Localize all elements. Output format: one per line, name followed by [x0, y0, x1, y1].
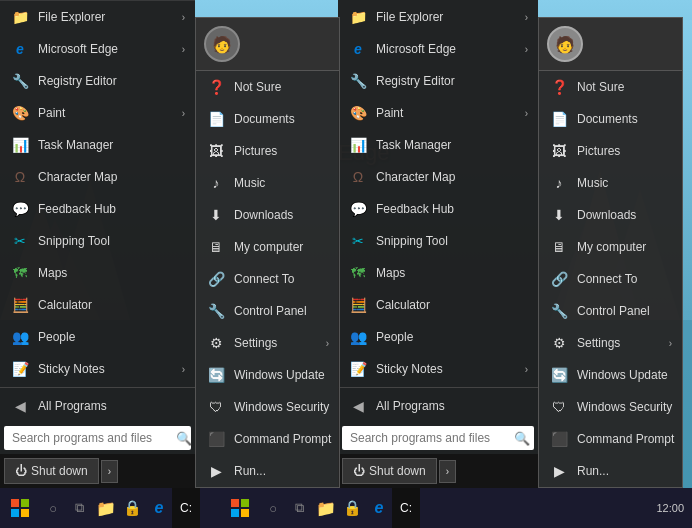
task-manager-label: Task Manager: [38, 138, 185, 152]
submenu-item-run-2[interactable]: ▶ Run...: [539, 455, 682, 487]
control-panel-icon-2: 🔧: [549, 301, 569, 321]
search-icon-1: 🔍: [170, 431, 198, 446]
taskbar-cmd-2[interactable]: C:: [392, 488, 420, 528]
people-icon-2: 👥: [348, 327, 368, 347]
charmap-label: Character Map: [38, 170, 185, 184]
windows-update-icon-2: 🔄: [549, 365, 569, 385]
submenu-item-not-sure-2[interactable]: ❓ Not Sure: [539, 71, 682, 103]
submenu-item-connect-to[interactable]: 🔗 Connect To: [196, 263, 339, 295]
menu-item-calc-2[interactable]: 🧮 Calculator: [338, 289, 538, 321]
menu-item-charmap[interactable]: Ω Character Map: [0, 161, 195, 193]
submenu-item-pictures-2[interactable]: 🖼 Pictures: [539, 135, 682, 167]
submenu-item-documents-2[interactable]: 📄 Documents: [539, 103, 682, 135]
taskbar-security-1[interactable]: 🔒: [119, 488, 145, 528]
submenu-item-not-sure[interactable]: ❓ Not Sure: [196, 71, 339, 103]
file-explorer-arrow: ›: [182, 12, 185, 23]
submenu-item-settings[interactable]: ⚙ Settings ›: [196, 327, 339, 359]
menu-item-all-programs-2[interactable]: ◀ All Programs: [338, 390, 538, 422]
taskbar-search-1[interactable]: ○: [40, 488, 66, 528]
all-programs-icon: ◀: [10, 396, 30, 416]
shutdown-button-1[interactable]: ⏻ Shut down: [4, 458, 99, 484]
submenu-item-control-panel-2[interactable]: 🔧 Control Panel: [539, 295, 682, 327]
menu-item-feedback-2[interactable]: 💬 Feedback Hub: [338, 193, 538, 225]
menu-item-task-manager-2[interactable]: 📊 Task Manager: [338, 129, 538, 161]
start-button-1[interactable]: [0, 488, 40, 528]
menu-item-people-2[interactable]: 👥 People: [338, 321, 538, 353]
menu-item-edge-2[interactable]: e Microsoft Edge ›: [338, 33, 538, 65]
taskbar-search-2[interactable]: ○: [260, 488, 286, 528]
submenu-item-music-2[interactable]: ♪ Music: [539, 167, 682, 199]
settings-icon-2: ⚙: [549, 333, 569, 353]
pictures-label-2: Pictures: [577, 144, 672, 158]
submenu-item-windows-security[interactable]: 🛡 Windows Security: [196, 391, 339, 423]
submenu-item-my-computer[interactable]: 🖥 My computer: [196, 231, 339, 263]
taskbar-edge-2[interactable]: e: [366, 488, 392, 528]
submenu-item-music[interactable]: ♪ Music: [196, 167, 339, 199]
menu-item-all-programs[interactable]: ◀ All Programs: [0, 390, 195, 422]
menu-item-file-explorer-2[interactable]: 📁 File Explorer ›: [338, 1, 538, 33]
shutdown-icon-2: ⏻: [353, 464, 365, 478]
menu-item-snipping-2[interactable]: ✂ Snipping Tool: [338, 225, 538, 257]
menu-item-charmap-2[interactable]: Ω Character Map: [338, 161, 538, 193]
search-input-2[interactable]: [342, 426, 508, 450]
submenu-item-windows-update-2[interactable]: 🔄 Windows Update: [539, 359, 682, 391]
submenu-item-run[interactable]: ▶ Run...: [196, 455, 339, 487]
start-menu-2: ✉ Mail 🖼 Photos › 📁 File Explorer › e Mi…: [338, 0, 538, 488]
windows-icon-2: [231, 499, 249, 517]
menu-item-calc[interactable]: 🧮 Calculator: [0, 289, 195, 321]
submenu-item-settings-2[interactable]: ⚙ Settings ›: [539, 327, 682, 359]
menu-item-sticky[interactable]: 📝 Sticky Notes ›: [0, 353, 195, 385]
submenu-item-windows-update[interactable]: 🔄 Windows Update: [196, 359, 339, 391]
maps-icon-2: 🗺: [348, 263, 368, 283]
taskbar-task-view-2[interactable]: ⧉: [286, 488, 312, 528]
menu-item-registry[interactable]: 🔧 Registry Editor: [0, 65, 195, 97]
file-explorer-icon-2: 📁: [348, 7, 368, 27]
taskbar-cmd-1[interactable]: C:: [172, 488, 200, 528]
menu-item-task-manager[interactable]: 📊 Task Manager: [0, 129, 195, 161]
menu-item-registry-2[interactable]: 🔧 Registry Editor: [338, 65, 538, 97]
menu-item-snipping[interactable]: ✂ Snipping Tool: [0, 225, 195, 257]
menu-item-file-explorer[interactable]: 📁 File Explorer ›: [0, 1, 195, 33]
documents-icon-2: 📄: [549, 109, 569, 129]
submenu-item-command-prompt-2[interactable]: ⬛ Command Prompt: [539, 423, 682, 455]
submenu-item-downloads-2[interactable]: ⬇ Downloads: [539, 199, 682, 231]
taskbar-explorer-1[interactable]: 📁: [93, 488, 119, 528]
menu-item-paint-2[interactable]: 🎨 Paint ›: [338, 97, 538, 129]
taskbar-security-2[interactable]: 🔒: [339, 488, 365, 528]
menu-item-edge[interactable]: e Microsoft Edge ›: [0, 33, 195, 65]
feedback-label-2: Feedback Hub: [376, 202, 528, 216]
command-prompt-icon-2: ⬛: [549, 429, 569, 449]
menu-item-feedback[interactable]: 💬 Feedback Hub: [0, 193, 195, 225]
paint-icon-2: 🎨: [348, 103, 368, 123]
submenu-item-command-prompt[interactable]: ⬛ Command Prompt: [196, 423, 339, 455]
menu-item-sticky-2[interactable]: 📝 Sticky Notes ›: [338, 353, 538, 385]
file-explorer-label-2: File Explorer: [376, 10, 517, 24]
run-label: Run...: [234, 464, 329, 478]
menu-item-maps[interactable]: 🗺 Maps: [0, 257, 195, 289]
shutdown-arrow-2[interactable]: ›: [439, 460, 456, 483]
windows-update-label-2: Windows Update: [577, 368, 672, 382]
shutdown-button-2[interactable]: ⏻ Shut down: [342, 458, 437, 484]
windows-icon-1: [11, 499, 29, 517]
taskbar-task-view-1[interactable]: ⧉: [66, 488, 92, 528]
submenu-item-pictures[interactable]: 🖼 Pictures: [196, 135, 339, 167]
submenu-item-windows-security-2[interactable]: 🛡 Windows Security: [539, 391, 682, 423]
paint-arrow-2: ›: [525, 108, 528, 119]
search-input-1[interactable]: [4, 426, 170, 450]
submenu-item-my-computer-2[interactable]: 🖥 My computer: [539, 231, 682, 263]
submenu-item-downloads[interactable]: ⬇ Downloads: [196, 199, 339, 231]
taskbar-edge-1[interactable]: e: [146, 488, 172, 528]
taskbar-explorer-2[interactable]: 📁: [313, 488, 339, 528]
settings-arrow-2: ›: [669, 338, 672, 349]
svg-rect-13: [241, 499, 249, 507]
menu-item-maps-2[interactable]: 🗺 Maps: [338, 257, 538, 289]
start-button-2[interactable]: [220, 488, 260, 528]
submenu-item-documents[interactable]: 📄 Documents: [196, 103, 339, 135]
shutdown-arrow-1[interactable]: ›: [101, 460, 118, 483]
search-icon-2: 🔍: [508, 431, 536, 446]
menu-item-people[interactable]: 👥 People: [0, 321, 195, 353]
submenu-item-connect-to-2[interactable]: 🔗 Connect To: [539, 263, 682, 295]
submenu-item-control-panel[interactable]: 🔧 Control Panel: [196, 295, 339, 327]
submenu-1: 🧑 ❓ Not Sure 📄 Documents 🖼 Pictures ♪ Mu…: [195, 17, 340, 488]
menu-item-paint[interactable]: 🎨 Paint ›: [0, 97, 195, 129]
